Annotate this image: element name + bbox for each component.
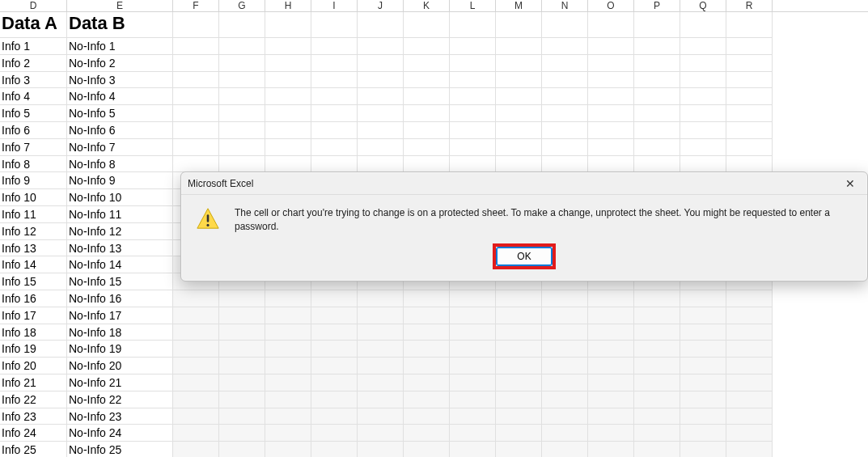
cell-d[interactable]: Info 16 [0, 290, 67, 307]
cell-k[interactable] [404, 38, 450, 55]
cell-p[interactable] [634, 139, 680, 156]
cell-k[interactable] [404, 425, 450, 442]
cell-r[interactable] [726, 38, 773, 55]
cell-g[interactable] [219, 290, 265, 307]
cell-o[interactable] [588, 156, 634, 173]
cell-h[interactable] [265, 139, 311, 156]
cell-q[interactable] [680, 408, 726, 425]
cell-i[interactable] [311, 358, 358, 374]
cell-f[interactable] [173, 72, 219, 89]
cell-r[interactable] [726, 358, 773, 374]
cell-o[interactable] [588, 307, 634, 324]
column-header-f[interactable]: F [173, 0, 219, 11]
header-cell-d[interactable]: Data A [0, 12, 67, 38]
cell-o[interactable] [588, 55, 634, 72]
cell-r[interactable] [726, 88, 773, 105]
cell-o[interactable] [588, 442, 634, 457]
cell-n[interactable] [542, 139, 588, 156]
cell-f[interactable] [173, 341, 219, 358]
cell-h[interactable] [265, 122, 311, 139]
cell-i[interactable] [311, 408, 358, 425]
cell-q[interactable] [680, 307, 726, 324]
cell-d[interactable]: Info 4 [0, 88, 67, 105]
cell-d[interactable]: Info 9 [0, 172, 67, 189]
cell-i[interactable] [311, 88, 358, 105]
cell-q[interactable] [680, 341, 726, 358]
cell-m[interactable] [496, 38, 542, 55]
cell-q[interactable] [680, 442, 726, 457]
header-cell-h[interactable] [265, 12, 311, 38]
cell-m[interactable] [496, 105, 542, 122]
cell-q[interactable] [680, 72, 726, 89]
cell-p[interactable] [634, 442, 680, 457]
cell-p[interactable] [634, 358, 680, 374]
cell-n[interactable] [542, 156, 588, 173]
column-header-d[interactable]: D [0, 0, 67, 11]
cell-g[interactable] [219, 156, 265, 173]
dialog-close-button[interactable]: ✕ [833, 172, 867, 195]
ok-button[interactable]: OK [497, 248, 552, 265]
cell-k[interactable] [404, 290, 450, 307]
column-header-i[interactable]: I [311, 0, 358, 11]
cell-j[interactable] [358, 408, 404, 425]
cell-f[interactable] [173, 324, 219, 341]
cell-r[interactable] [726, 307, 773, 324]
cell-n[interactable] [542, 307, 588, 324]
cell-g[interactable] [219, 88, 265, 105]
cell-l[interactable] [450, 55, 496, 72]
cell-e[interactable]: No-Info 25 [67, 442, 173, 457]
cell-l[interactable] [450, 391, 496, 408]
cell-p[interactable] [634, 72, 680, 89]
cell-m[interactable] [496, 374, 542, 391]
header-cell-q[interactable] [680, 12, 726, 38]
cell-q[interactable] [680, 38, 726, 55]
cell-l[interactable] [450, 156, 496, 173]
cell-i[interactable] [311, 72, 358, 89]
cell-j[interactable] [358, 324, 404, 341]
cell-m[interactable] [496, 139, 542, 156]
cell-n[interactable] [542, 358, 588, 374]
column-header-l[interactable]: L [450, 0, 496, 11]
cell-n[interactable] [542, 324, 588, 341]
cell-m[interactable] [496, 324, 542, 341]
cell-d[interactable]: Info 7 [0, 139, 67, 156]
header-cell-k[interactable] [404, 12, 450, 38]
cell-l[interactable] [450, 88, 496, 105]
cell-e[interactable]: No-Info 4 [67, 88, 173, 105]
cell-g[interactable] [219, 324, 265, 341]
cell-p[interactable] [634, 122, 680, 139]
cell-f[interactable] [173, 139, 219, 156]
cell-g[interactable] [219, 425, 265, 442]
cell-d[interactable]: Info 10 [0, 189, 67, 206]
cell-q[interactable] [680, 358, 726, 374]
cell-n[interactable] [542, 408, 588, 425]
cell-e[interactable]: No-Info 2 [67, 55, 173, 72]
cell-h[interactable] [265, 374, 311, 391]
cell-l[interactable] [450, 425, 496, 442]
header-cell-p[interactable] [634, 12, 680, 38]
cell-h[interactable] [265, 38, 311, 55]
cell-n[interactable] [542, 425, 588, 442]
cell-o[interactable] [588, 425, 634, 442]
cell-k[interactable] [404, 139, 450, 156]
cell-i[interactable] [311, 122, 358, 139]
cell-g[interactable] [219, 358, 265, 374]
column-header-n[interactable]: N [542, 0, 588, 11]
cell-i[interactable] [311, 290, 358, 307]
cell-k[interactable] [404, 341, 450, 358]
cell-p[interactable] [634, 324, 680, 341]
cell-g[interactable] [219, 374, 265, 391]
cell-p[interactable] [634, 88, 680, 105]
cell-d[interactable]: Info 17 [0, 307, 67, 324]
cell-i[interactable] [311, 391, 358, 408]
cell-k[interactable] [404, 358, 450, 374]
cell-q[interactable] [680, 324, 726, 341]
header-cell-j[interactable] [358, 12, 404, 38]
cell-r[interactable] [726, 374, 773, 391]
cell-g[interactable] [219, 72, 265, 89]
cell-q[interactable] [680, 139, 726, 156]
cell-i[interactable] [311, 139, 358, 156]
cell-i[interactable] [311, 105, 358, 122]
cell-k[interactable] [404, 307, 450, 324]
cell-k[interactable] [404, 442, 450, 457]
